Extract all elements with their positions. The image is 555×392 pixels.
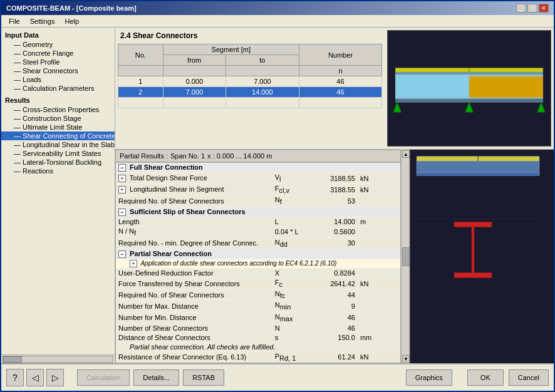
left-panel-content: Input Data — Geometry — Concrete Flange … (1, 28, 115, 354)
val-resistance: 61.24 (315, 351, 358, 363)
results-left: Partial Results : Span No. 1 x : 0.000 .… (115, 150, 401, 363)
scroll-thumb[interactable] (402, 247, 410, 266)
menu-file[interactable]: File (4, 16, 25, 26)
sidebar-item-geometry[interactable]: — Geometry (1, 40, 115, 49)
minimize-button[interactable]: _ (516, 4, 526, 13)
label-reduction: User-Defined Reduction Factor (116, 268, 272, 277)
partial-results-label: Partial Results : (120, 152, 168, 160)
result-row: + Total Design Shear Force Vl 3188.55 kN (116, 173, 400, 184)
row1-to: 7.000 (226, 76, 299, 87)
maximize-button[interactable]: □ (527, 4, 537, 13)
row2-to: 14.000 (226, 87, 299, 98)
unit-n-nf (358, 226, 400, 237)
sidebar-item-longitudinal-shear[interactable]: — Longitudinal Shear in the Slab (1, 140, 115, 149)
left-panel-scrollbar[interactable] (1, 354, 115, 363)
sidebar-item-loads[interactable]: — Loads (1, 75, 115, 84)
sidebar-item-concrete-flange[interactable]: — Concrete Flange (1, 49, 115, 58)
help-icon-btn[interactable]: ? (6, 369, 24, 386)
calculation-button[interactable]: Calculation (77, 369, 130, 386)
sym-req-no-fc: Nfc (272, 289, 315, 301)
col-segment: Segment [m] (163, 44, 299, 55)
unit-force-transfer: kN (358, 277, 400, 289)
svg-rect-1 (395, 75, 469, 98)
close-button[interactable]: ✕ (539, 4, 549, 13)
graphics-panel (410, 150, 554, 363)
section-partial-shear: − Partial Shear Connection (116, 249, 400, 259)
results-header: Results (1, 95, 115, 105)
unit-dist-sc: mm (358, 333, 400, 342)
sym-force-transfer: Fc (272, 277, 315, 289)
window-title: COMPOSITE-BEAM - [Composite beam] (6, 4, 137, 12)
label-num-min: Number for Min. Distance (116, 312, 272, 323)
sidebar-item-cross-section[interactable]: — Cross-Section Properties (1, 105, 115, 114)
results-table: − Full Shear Connection + Total Design S… (116, 163, 400, 363)
result-row: Required No. of Shear Connectors Nf 53 (116, 195, 400, 207)
rstab-button[interactable]: RSTAB (183, 369, 224, 386)
row2-no: 2 (118, 87, 163, 98)
val-dist-sc: 150.0 (315, 333, 358, 342)
beam-diagram (387, 30, 551, 147)
label-force-transfer: Force Transferred by Shear Connectors (116, 277, 272, 289)
expand-icon-long-shear[interactable]: + (118, 186, 126, 193)
sidebar-item-reactions[interactable]: — Reactions (1, 167, 115, 175)
sidebar-item-sls[interactable]: — Serviceability Limit States (1, 149, 115, 158)
unit-reduction (358, 268, 400, 277)
sym-num-max: Nmin (272, 301, 315, 312)
sym-resistance: PRd, 1 (272, 351, 315, 363)
expand-icon-sufficient-slip[interactable]: − (118, 209, 126, 216)
col-to-sub (226, 66, 299, 76)
table-row[interactable]: 2 7.000 14.000 46 (118, 87, 382, 98)
expand-icon-total-shear[interactable]: + (118, 175, 126, 182)
svg-rect-13 (417, 162, 539, 174)
table-title: 2.4 Shear Connectors (118, 30, 382, 41)
sidebar-item-construction[interactable]: — Construction Stage (1, 114, 115, 123)
next-icon-btn[interactable]: ▷ (46, 369, 64, 386)
result-row: User-Defined Reduction Factor X 0.8284 (116, 268, 400, 277)
col-from-sub (163, 66, 226, 76)
table-row[interactable]: 1 0.000 7.000 46 (118, 76, 382, 87)
graphics-svg (410, 150, 546, 363)
unit-resistance: kN (358, 351, 400, 363)
expand-icon-full-shear[interactable]: − (118, 164, 126, 172)
sidebar-item-ltb[interactable]: — Lateral-Torsional Buckling (1, 158, 115, 167)
toolbar-left: ? ◁ ▷ (6, 369, 64, 386)
sidebar-item-shear-connectors[interactable]: — Shear Connectors (1, 66, 115, 75)
row2-n: 46 (299, 87, 381, 98)
result-row: Number of Shear Connectors N 46 (116, 323, 400, 333)
sidebar-item-calc-params[interactable]: — Calculation Parameters (1, 84, 115, 93)
row1-n: 46 (299, 76, 381, 87)
svg-rect-4 (395, 97, 543, 103)
vertical-scrollbar[interactable]: ▲ ▼ (401, 150, 410, 363)
val-reduction: 0.8284 (315, 268, 358, 277)
result-row: Resistance of Shear Connector (Eq. 6.13)… (116, 351, 400, 363)
main-window: COMPOSITE-BEAM - [Composite beam] _ □ ✕ … (0, 0, 555, 392)
graphics-button[interactable]: Graphics (406, 369, 452, 386)
left-panel: Input Data — Geometry — Concrete Flange … (1, 28, 115, 363)
top-section: 2.4 Shear Connectors No. Segment [m] Num… (115, 28, 554, 150)
val-total-shear: 3188.55 (315, 173, 358, 184)
col-n: n (299, 66, 381, 76)
val-num-sc: 46 (315, 323, 358, 333)
expand-icon-partial-shear[interactable]: − (118, 250, 126, 258)
cancel-button[interactable]: Cancel (509, 369, 549, 386)
sym-num-min: Nmax (272, 312, 315, 323)
scroll-down-btn[interactable]: ▼ (402, 355, 410, 363)
ok-button[interactable]: OK (467, 369, 504, 386)
val-req-no-fc: 44 (315, 289, 358, 301)
prev-icon-btn[interactable]: ◁ (26, 369, 44, 386)
expand-icon-ec4[interactable]: + (130, 260, 137, 267)
title-bar: COMPOSITE-BEAM - [Composite beam] _ □ ✕ (1, 1, 554, 15)
label-req-no-fc: Required No. of Shear Connectors (116, 289, 272, 301)
row1-no: 1 (118, 76, 163, 87)
sidebar-item-shear-connecting[interactable]: — Shear Connecting of Concrete Flange (1, 132, 115, 140)
scroll-up-btn[interactable]: ▲ (402, 150, 410, 158)
sym-dist-sc: s (272, 333, 315, 342)
svg-rect-17 (454, 273, 492, 278)
label-n-nf: N / Nf (116, 226, 272, 237)
details-button[interactable]: Details... (133, 369, 179, 386)
menu-help[interactable]: Help (60, 16, 84, 26)
results-table-container[interactable]: − Full Shear Connection + Total Design S… (115, 162, 401, 363)
sidebar-item-uls[interactable]: — Ultimate Limit State (1, 123, 115, 132)
sidebar-item-steel-profile[interactable]: — Steel Profile (1, 58, 115, 66)
menu-settings[interactable]: Settings (25, 16, 60, 26)
